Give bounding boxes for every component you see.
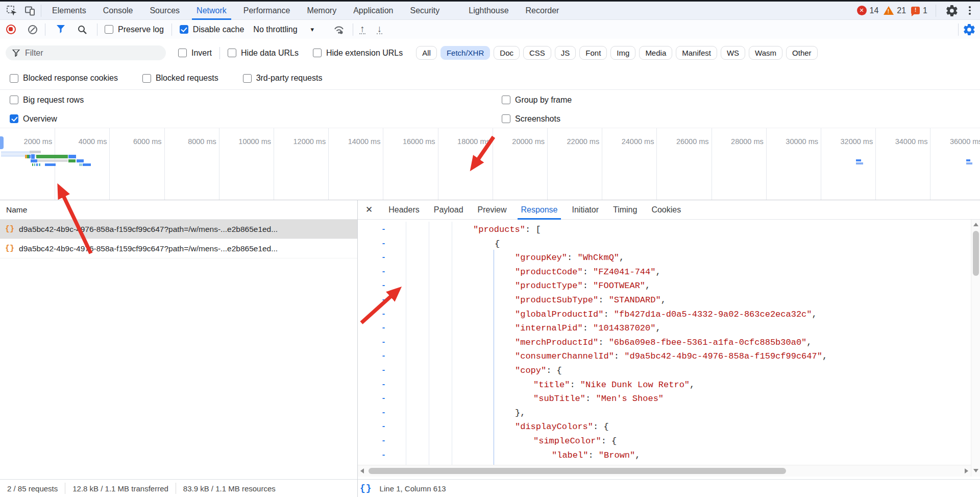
overview-toggle[interactable]: Overview — [10, 114, 57, 124]
network-overview-timeline[interactable]: 2000 ms4000 ms6000 ms8000 ms10000 ms1200… — [0, 128, 980, 200]
vertical-scrollbar-thumb[interactable] — [973, 231, 979, 276]
tab-memory[interactable]: Memory — [305, 2, 338, 20]
filter-pill-img[interactable]: Img — [610, 46, 635, 60]
blocked-response-cookies-toggle[interactable]: Blocked response cookies — [10, 74, 118, 83]
fold-marker-icon[interactable]: - — [381, 448, 386, 463]
fold-marker-icon[interactable]: - — [381, 392, 386, 406]
warning-badge[interactable]: ! 21 — [884, 6, 906, 15]
network-conditions-icon[interactable] — [331, 22, 347, 37]
tab-security[interactable]: Security — [408, 2, 441, 20]
tab-performance[interactable]: Performance — [242, 2, 292, 20]
fold-marker-icon[interactable]: - — [381, 223, 386, 237]
filter-pill-all[interactable]: All — [416, 46, 437, 60]
screenshots-toggle[interactable]: Screenshots — [502, 114, 560, 124]
filter-pill-fetch-xhr[interactable]: Fetch/XHR — [440, 46, 490, 60]
scroll-up-icon[interactable] — [973, 223, 978, 226]
disable-cache-checkbox[interactable] — [180, 25, 188, 34]
tab-console[interactable]: Console — [102, 2, 135, 20]
search-icon[interactable] — [75, 22, 90, 37]
hide-data-urls-checkbox[interactable] — [228, 49, 236, 57]
big-request-rows-toggle[interactable]: Big request rows — [10, 96, 84, 105]
inspect-element-icon[interactable] — [4, 3, 19, 18]
screenshots-checkbox[interactable] — [502, 114, 510, 123]
fold-marker-icon[interactable]: - — [381, 420, 386, 434]
settings-gear-icon[interactable] — [944, 3, 960, 18]
braces-icon[interactable]: {} — [360, 483, 372, 493]
detail-tab-preview[interactable]: Preview — [471, 200, 514, 220]
group-by-frame-checkbox[interactable] — [502, 96, 510, 104]
fold-marker-icon[interactable]: - — [381, 307, 386, 322]
tab-lighthouse[interactable]: Lighthouse — [467, 2, 510, 20]
fold-marker-icon[interactable]: - — [381, 321, 386, 336]
more-options-kebab-icon[interactable] — [965, 3, 975, 18]
3rd-party-requests-toggle[interactable]: 3rd-party requests — [243, 74, 323, 83]
3rd-party-requests-checkbox[interactable] — [243, 74, 252, 83]
hide-extension-urls-checkbox[interactable] — [313, 49, 322, 57]
detail-tab-headers[interactable]: Headers — [381, 200, 426, 220]
filter-pill-media[interactable]: Media — [639, 46, 672, 60]
filter-input[interactable]: Filter — [6, 45, 166, 60]
fold-marker-icon[interactable]: - — [381, 349, 386, 364]
vertical-scrollbar[interactable] — [971, 220, 980, 477]
close-icon[interactable]: ✕ — [365, 204, 373, 215]
filter-pill-ws[interactable]: WS — [721, 46, 745, 60]
fold-marker-icon[interactable]: - — [381, 279, 386, 293]
big-request-rows-checkbox[interactable] — [10, 96, 18, 104]
tab-elements[interactable]: Elements — [51, 2, 88, 20]
horizontal-scrollbar-thumb[interactable] — [369, 468, 786, 474]
hide-extension-urls-toggle[interactable]: Hide extension URLs — [313, 49, 403, 58]
disable-cache-toggle[interactable]: Disable cache — [180, 25, 244, 34]
tab-recorder[interactable]: Recorder — [524, 2, 561, 20]
tab-network[interactable]: Network — [195, 2, 228, 20]
blocked-requests-toggle[interactable]: Blocked requests — [142, 74, 218, 83]
fold-marker-icon[interactable]: - — [381, 336, 386, 350]
fold-marker-icon[interactable]: - — [381, 293, 386, 307]
panel-divider[interactable] — [357, 200, 358, 497]
issues-badge[interactable]: ! 1 — [911, 6, 927, 15]
import-har-icon[interactable]: ↑ — [359, 25, 365, 34]
fold-marker-icon[interactable]: - — [381, 406, 386, 420]
tab-sources[interactable]: Sources — [148, 2, 181, 20]
blocked-response-cookies-checkbox[interactable] — [10, 74, 18, 83]
filter-pill-wasm[interactable]: Wasm — [749, 46, 782, 60]
detail-tab-payload[interactable]: Payload — [427, 200, 471, 220]
request-table-header[interactable]: Name — [0, 200, 357, 220]
blocked-requests-checkbox[interactable] — [142, 74, 151, 83]
scroll-down-icon[interactable] — [973, 469, 978, 472]
fold-marker-icon[interactable]: - — [381, 265, 386, 279]
timeline-left-handle[interactable] — [0, 136, 4, 149]
detail-tab-timing[interactable]: Timing — [606, 200, 644, 220]
name-column-header[interactable]: Name — [6, 205, 27, 214]
hide-data-urls-toggle[interactable]: Hide data URLs — [228, 49, 299, 58]
fold-marker-icon[interactable]: - — [381, 251, 386, 265]
filter-pill-manifest[interactable]: Manifest — [676, 46, 717, 60]
overview-checkbox[interactable] — [10, 114, 18, 123]
request-row[interactable]: {}d9a5bc42-4b9c-4976-858a-f159cf99c647?p… — [0, 220, 357, 239]
record-network-log-icon[interactable] — [6, 25, 16, 34]
fold-marker-icon[interactable]: - — [381, 237, 386, 251]
horizontal-scrollbar[interactable] — [358, 465, 971, 477]
preserve-log-checkbox[interactable] — [105, 25, 113, 34]
invert-checkbox[interactable] — [178, 49, 187, 57]
fold-marker-icon[interactable]: - — [381, 378, 386, 392]
detail-tab-response[interactable]: Response — [513, 200, 565, 220]
filter-pill-font[interactable]: Font — [579, 46, 607, 60]
filter-pill-js[interactable]: JS — [555, 46, 576, 60]
response-code-viewer[interactable]: -"products": [-{-"groupKey": "WhCkmQ",-"… — [358, 220, 971, 465]
filter-funnel-icon[interactable] — [53, 22, 68, 37]
fold-marker-icon[interactable]: - — [381, 364, 386, 378]
filter-pill-css[interactable]: CSS — [523, 46, 551, 60]
filter-pill-doc[interactable]: Doc — [494, 46, 520, 60]
detail-tab-cookies[interactable]: Cookies — [644, 200, 688, 220]
export-har-icon[interactable]: ↓ — [377, 25, 383, 34]
network-settings-gear-icon[interactable] — [962, 22, 977, 37]
filter-pill-other[interactable]: Other — [786, 46, 818, 60]
detail-tab-initiator[interactable]: Initiator — [565, 200, 606, 220]
error-badge[interactable]: ✕ 14 — [857, 6, 879, 15]
scroll-left-icon[interactable] — [360, 468, 364, 474]
tab-application[interactable]: Application — [352, 2, 395, 20]
throttling-select[interactable]: No throttling ▾ — [253, 25, 314, 34]
scroll-right-icon[interactable] — [965, 468, 968, 474]
clear-network-log-icon[interactable] — [28, 25, 37, 34]
invert-toggle[interactable]: Invert — [178, 49, 212, 58]
